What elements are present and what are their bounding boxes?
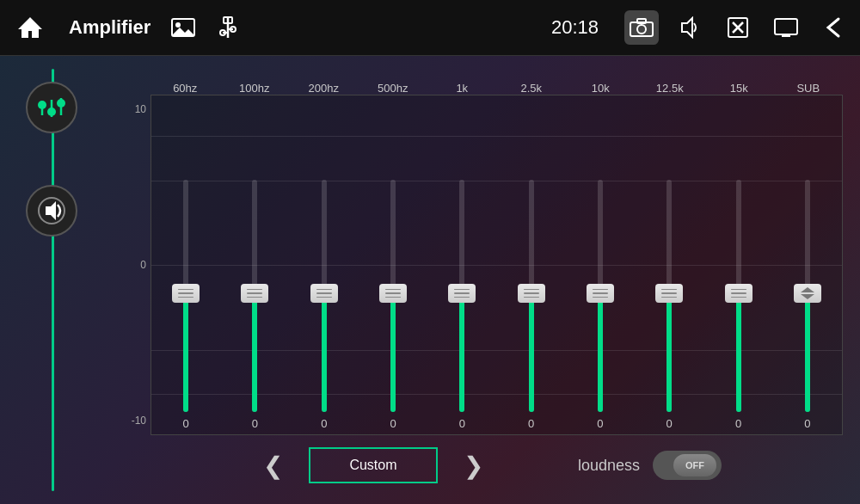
slider-fill-sub [805, 296, 810, 412]
value-12-5k: 0 [666, 417, 673, 430]
slider-handle-10k[interactable] [587, 284, 614, 303]
slider-handle-200hz[interactable] [310, 284, 338, 303]
svg-point-11 [637, 25, 646, 34]
topbar: Amplifier 20:18 [0, 0, 860, 56]
topbar-media-icons [166, 10, 245, 45]
slider-fill-60hz [183, 296, 188, 412]
freq-labels: 60hz 100hz 200hz 500hz 1k 2.5k 10k 12.5k… [112, 69, 843, 95]
close-icon[interactable] [721, 10, 755, 45]
slider-track-200hz[interactable] [322, 180, 327, 412]
loudness-toggle[interactable]: OFF [653, 451, 722, 480]
slider-handle-1k[interactable] [448, 284, 476, 303]
slider-fill-2-5k [529, 296, 534, 412]
value-100hz: 0 [252, 417, 258, 430]
slider-10k[interactable]: 0 [566, 95, 635, 434]
slider-12-5k[interactable]: 0 [635, 95, 703, 434]
usb-icon[interactable] [211, 10, 245, 45]
page-title: Amplifier [69, 16, 150, 39]
freq-100hz: 100hz [220, 82, 290, 95]
bottom-controls: ❮ Custom ❯ loudness OFF [112, 435, 843, 495]
y-label-0: 0 [116, 259, 146, 271]
slider-track-1k[interactable] [459, 180, 464, 412]
slider-handle-500hz[interactable] [379, 284, 407, 303]
slider-2-5k[interactable]: 0 [496, 95, 565, 434]
slider-handle-60hz[interactable] [172, 284, 200, 303]
volume-button[interactable] [26, 185, 77, 237]
y-axis: 10 0 -10 [112, 95, 150, 435]
slider-handle-2-5k[interactable] [518, 284, 545, 303]
slider-track-10k[interactable] [598, 180, 603, 412]
slider-handle-15k[interactable] [725, 284, 752, 303]
freq-200hz: 200hz [289, 82, 359, 95]
prev-preset-button[interactable]: ❮ [263, 452, 283, 480]
slider-fill-200hz [322, 296, 327, 412]
slider-track-500hz[interactable] [390, 180, 396, 412]
home-button[interactable] [9, 6, 52, 49]
slider-200hz[interactable]: 0 [290, 95, 359, 434]
svg-marker-27 [46, 201, 56, 220]
svg-point-25 [57, 99, 65, 108]
slider-track-60hz[interactable] [183, 180, 188, 412]
image-icon[interactable] [166, 10, 200, 45]
freq-2-5k: 2.5k [497, 82, 567, 95]
value-60hz: 0 [183, 417, 189, 430]
slider-fill-12-5k [666, 296, 672, 412]
slider-track-15k[interactable] [736, 180, 741, 412]
preset-label[interactable]: Custom [309, 447, 438, 483]
value-sub: 0 [804, 417, 810, 430]
slider-handle-12-5k[interactable] [655, 284, 683, 303]
value-1k: 0 [459, 417, 465, 430]
eq-area: 60hz 100hz 200hz 500hz 1k 2.5k 10k 12.5k… [103, 56, 860, 504]
svg-marker-28 [801, 287, 814, 292]
svg-point-23 [47, 108, 56, 116]
slider-track-12-5k[interactable] [666, 180, 672, 412]
slider-track-100hz[interactable] [252, 180, 257, 412]
slider-handle-sub[interactable] [794, 284, 821, 303]
value-15k: 0 [735, 417, 741, 430]
slider-track-2-5k[interactable] [529, 180, 534, 412]
speaker-icon[interactable] [673, 10, 707, 45]
camera-button[interactable] [624, 10, 659, 45]
clock: 20:18 [551, 16, 599, 39]
value-2-5k: 0 [528, 417, 534, 430]
slider-15k[interactable]: 0 [703, 95, 772, 434]
svg-marker-3 [172, 28, 194, 35]
slider-fill-10k [598, 296, 603, 412]
slider-fill-500hz [390, 296, 396, 412]
slider-handle-100hz[interactable] [241, 284, 268, 303]
freq-1k: 1k [427, 82, 497, 95]
svg-point-2 [175, 22, 181, 28]
eq-graph: 10 0 -10 [112, 95, 843, 435]
sidebar [0, 56, 103, 504]
value-200hz: 0 [321, 417, 327, 430]
svg-point-21 [38, 101, 46, 109]
freq-15k: 15k [704, 82, 774, 95]
freq-12-5k: 12.5k [636, 82, 705, 95]
topbar-right-icons [624, 10, 851, 45]
next-preset-button[interactable]: ❯ [464, 452, 483, 480]
y-label-neg10: -10 [116, 415, 146, 427]
svg-rect-17 [775, 19, 797, 34]
sliders-container: 0 0 [150, 95, 843, 435]
loudness-section: loudness OFF [578, 451, 722, 480]
slider-100hz[interactable]: 0 [220, 95, 289, 434]
slider-1k[interactable]: 0 [427, 95, 496, 434]
screen-icon[interactable] [769, 10, 803, 45]
slider-500hz[interactable]: 0 [359, 95, 427, 434]
slider-fill-1k [459, 296, 464, 412]
loudness-label: loudness [578, 457, 640, 475]
freq-10k: 10k [566, 82, 636, 95]
svg-marker-29 [801, 294, 814, 299]
slider-fill-100hz [252, 296, 257, 412]
freq-60hz: 60hz [150, 82, 220, 95]
slider-sub[interactable]: 0 [773, 95, 842, 434]
slider-fill-15k [736, 296, 741, 412]
slider-60hz[interactable]: 0 [151, 95, 220, 434]
svg-marker-13 [682, 18, 692, 37]
svg-rect-12 [637, 19, 646, 23]
slider-track-sub[interactable] [805, 180, 810, 412]
y-label-10: 10 [116, 103, 146, 115]
back-button[interactable] [817, 10, 851, 45]
value-10k: 0 [597, 417, 603, 430]
eq-button[interactable] [26, 82, 77, 133]
